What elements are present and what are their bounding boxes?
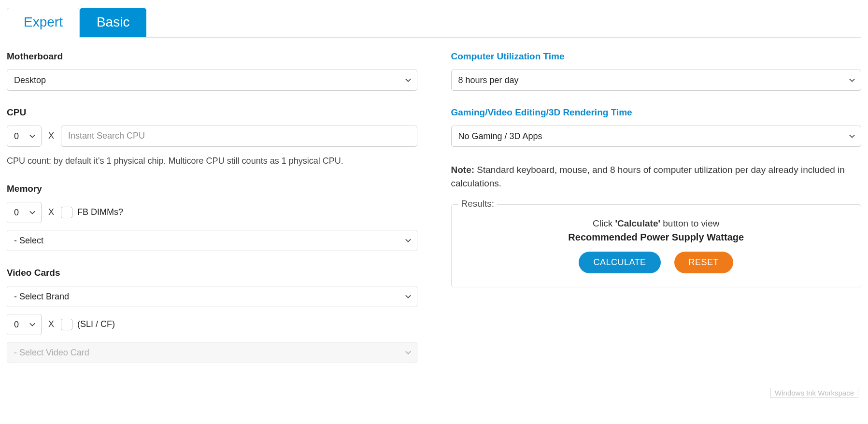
windows-ink-workspace-label: Windows Ink Workspace: [770, 388, 858, 398]
note-text: Note: Standard keyboard, mouse, and 8 ho…: [451, 163, 862, 191]
utilization-select[interactable]: 8 hours per day: [451, 70, 862, 91]
gaming-select[interactable]: No Gaming / 3D Apps: [451, 126, 862, 147]
cpu-x-separator: X: [48, 131, 54, 141]
fb-dimms-checkbox[interactable]: [61, 207, 72, 218]
memory-x-separator: X: [48, 207, 54, 217]
memory-count-select[interactable]: 0: [7, 202, 42, 223]
cpu-count-select[interactable]: 0: [7, 126, 42, 147]
video-card-select[interactable]: - Select Video Card: [7, 342, 417, 363]
fb-dimms-label: FB DIMMs?: [77, 207, 123, 217]
video-count-select-wrap: 0: [7, 314, 42, 335]
gaming-label[interactable]: Gaming/Video Editing/3D Rendering Time: [451, 107, 862, 118]
tab-expert[interactable]: Expert: [7, 8, 80, 38]
form-columns: Motherboard Desktop CPU 0: [7, 51, 861, 380]
utilization-group: Computer Utilization Time 8 hours per da…: [451, 51, 862, 91]
results-line1-bold: 'Calculate': [615, 218, 660, 228]
gaming-select-wrap: No Gaming / 3D Apps: [451, 126, 862, 147]
video-label: Video Cards: [7, 268, 417, 278]
video-card-select-wrap: - Select Video Card: [7, 342, 417, 363]
cpu-label: CPU: [7, 107, 417, 118]
reset-button[interactable]: RESET: [674, 252, 734, 273]
results-line1-pre: Click: [593, 218, 615, 228]
video-brand-select[interactable]: - Select Brand: [7, 286, 417, 307]
cpu-search-wrap: [61, 126, 417, 147]
motherboard-group: Motherboard Desktop: [7, 51, 417, 91]
gaming-group: Gaming/Video Editing/3D Rendering Time N…: [451, 107, 862, 147]
memory-group: Memory 0 X FB DIMMs?: [7, 184, 417, 251]
memory-row: 0 X FB DIMMs?: [7, 202, 417, 223]
sli-cf-label: (SLI / CF): [77, 319, 115, 329]
results-line1: Click 'Calculate' button to view: [461, 218, 852, 229]
memory-label: Memory: [7, 184, 417, 194]
utilization-select-wrap: 8 hours per day: [451, 70, 862, 91]
utilization-label[interactable]: Computer Utilization Time: [451, 51, 862, 62]
results-legend: Results:: [458, 198, 498, 209]
motherboard-label: Motherboard: [7, 51, 417, 62]
sli-cf-checkbox[interactable]: [61, 319, 72, 330]
video-group: Video Cards - Select Brand 0: [7, 268, 417, 363]
cpu-search-input[interactable]: [61, 126, 417, 147]
results-box: Results: Click 'Calculate' button to vie…: [451, 204, 862, 287]
results-buttons: CALCULATE RESET: [461, 252, 852, 273]
motherboard-select-wrap: Desktop: [7, 70, 417, 91]
results-line1-post: button to view: [660, 218, 720, 228]
video-count-row: 0 X (SLI / CF): [7, 314, 417, 335]
calculate-button[interactable]: CALCULATE: [579, 252, 660, 273]
right-column: Computer Utilization Time 8 hours per da…: [451, 51, 862, 380]
memory-type-select[interactable]: - Select: [7, 230, 417, 251]
note-bold: Note:: [451, 165, 475, 175]
memory-count-select-wrap: 0: [7, 202, 42, 223]
page-root: Expert Basic Motherboard Desktop CPU: [0, 0, 868, 399]
note-body: Standard keyboard, mouse, and 8 hours of…: [451, 165, 845, 189]
left-column: Motherboard Desktop CPU 0: [7, 51, 417, 380]
video-brand-select-wrap: - Select Brand: [7, 286, 417, 307]
cpu-group: CPU 0 X CPU count: by defa: [7, 107, 417, 167]
results-line2: Recommended Power Supply Wattage: [461, 232, 852, 243]
cpu-count-select-wrap: 0: [7, 126, 42, 147]
memory-type-select-wrap: - Select: [7, 230, 417, 251]
cpu-hint: CPU count: by default it's 1 physical ch…: [7, 155, 417, 167]
video-x-separator: X: [48, 319, 54, 329]
motherboard-select[interactable]: Desktop: [7, 70, 417, 91]
video-count-select[interactable]: 0: [7, 314, 42, 335]
tab-basic[interactable]: Basic: [80, 8, 146, 37]
cpu-row: 0 X: [7, 126, 417, 147]
tabs: Expert Basic: [7, 8, 861, 38]
